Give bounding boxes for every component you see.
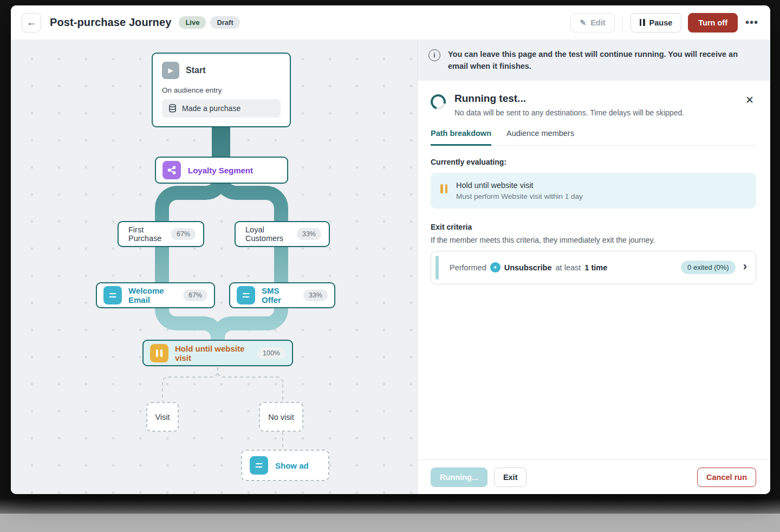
close-icon: ✕ <box>745 94 754 106</box>
header: ← Post-purchase Journey Live Draft ✎ Edi… <box>11 5 770 40</box>
hold-percent: 100% <box>257 347 285 359</box>
node-loyalty-segment[interactable]: Loyalty Segment <box>155 157 288 184</box>
journey-canvas[interactable]: ▶ Start On audience entry Made a purchas… <box>11 40 417 494</box>
pause-label: Pause <box>649 18 673 27</box>
test-run-panel: i You can leave this page and the test w… <box>417 40 770 494</box>
desktop-floor <box>0 514 780 532</box>
exit-criteria-row[interactable]: Performed ✶ Unsubscribe at least 1 time … <box>431 251 756 284</box>
start-title: Start <box>186 66 205 75</box>
app-window: ← Post-purchase Journey Live Draft ✎ Edi… <box>11 5 770 494</box>
node-sms-offer[interactable]: SMS Offer 33% <box>229 282 335 308</box>
criteria-event-name: Unsubscribe <box>504 263 552 272</box>
page-title: Post-purchase Journey <box>50 16 171 29</box>
action-steps-icon <box>237 286 255 304</box>
eval-card-subtitle: Must perform Website visit within 1 day <box>456 192 583 200</box>
trigger-label: Made a purchase <box>182 104 240 113</box>
tab-audience-members[interactable]: Audience members <box>506 129 574 145</box>
start-subtitle: On audience entry <box>162 86 281 94</box>
header-divider <box>622 15 623 30</box>
back-button[interactable]: ← <box>22 13 41 33</box>
currently-evaluating-card: Hold until website visit Must perform We… <box>431 173 756 209</box>
visit-label: Visit <box>155 413 170 421</box>
exit-criteria-title: Exit criteria <box>431 223 756 231</box>
pause-button[interactable]: Pause <box>630 13 682 33</box>
main-content: ▶ Start On audience entry Made a purchas… <box>11 40 770 494</box>
segment-split-icon <box>162 161 181 179</box>
chevron-right-icon: › <box>743 261 747 273</box>
running-test-title: Running test... <box>454 93 684 105</box>
turn-off-button[interactable]: Turn off <box>688 13 738 33</box>
node-first-purchase[interactable]: First Purchase 67% <box>118 221 204 247</box>
ellipsis-icon: ••• <box>745 16 758 28</box>
criteria-qualifier: at least <box>556 263 581 272</box>
exited-count-badge: 0 exited (0%) <box>681 261 736 274</box>
info-banner-text: You can leave this page and the test wil… <box>448 48 756 73</box>
edit-button[interactable]: ✎ Edit <box>570 13 615 33</box>
running-button: Running... <box>431 468 487 487</box>
turn-off-label: Turn off <box>698 18 727 27</box>
currently-evaluating-label: Currently evaluating: <box>431 158 756 166</box>
node-no-visit[interactable]: No visit <box>259 402 303 432</box>
criteria-count: 1 time <box>584 263 607 272</box>
panel-footer: Running... Exit Cancel run <box>418 459 770 494</box>
node-visit[interactable]: Visit <box>146 402 179 432</box>
loading-spinner-icon <box>428 92 448 112</box>
node-loyal-customers[interactable]: Loyal Customers 33% <box>235 221 330 247</box>
sms-offer-percent: 33% <box>303 289 328 301</box>
loyal-customers-label: Loyal Customers <box>245 225 290 243</box>
pencil-icon: ✎ <box>580 18 586 27</box>
exit-button[interactable]: Exit <box>494 468 527 487</box>
info-banner: i You can leave this page and the test w… <box>418 40 770 81</box>
pause-icon <box>440 184 447 193</box>
no-visit-label: No visit <box>268 413 294 421</box>
hold-label: Hold until website visit <box>175 344 251 362</box>
eval-card-title: Hold until website visit <box>456 181 583 190</box>
node-welcome-email[interactable]: Welcome Email 67% <box>96 282 215 308</box>
running-test-subtitle: No data will be sent to any destinations… <box>454 108 684 117</box>
back-arrow-icon: ← <box>27 17 36 28</box>
criteria-performed-label: Performed <box>450 263 486 272</box>
tab-path-breakdown[interactable]: Path breakdown <box>431 129 491 146</box>
node-hold-until-website-visit[interactable]: Hold until website visit 100% <box>142 340 293 366</box>
start-trigger[interactable]: Made a purchase <box>162 99 281 118</box>
info-icon: i <box>428 49 440 61</box>
criteria-accent-bar <box>435 256 439 280</box>
loyalty-segment-label: Loyalty Segment <box>188 166 253 175</box>
status-badge-draft: Draft <box>210 16 239 29</box>
first-purchase-label: First Purchase <box>128 225 165 243</box>
first-purchase-percent: 67% <box>171 228 196 240</box>
unsubscribe-event-icon: ✶ <box>490 262 500 273</box>
play-icon: ▶ <box>162 62 179 79</box>
status-badge-live: Live <box>179 16 206 29</box>
welcome-email-label: Welcome Email <box>128 286 177 304</box>
hold-pause-icon <box>150 344 168 362</box>
action-steps-icon <box>103 286 122 304</box>
database-icon <box>168 104 177 113</box>
node-show-ad[interactable]: Show ad <box>241 450 329 481</box>
panel-body: Running test... No data will be sent to … <box>418 81 770 459</box>
loyal-customers-percent: 33% <box>297 228 321 240</box>
exit-criteria-description: If the member meets this criteria, they … <box>431 236 756 244</box>
more-menu-button[interactable]: ••• <box>745 16 758 29</box>
show-ad-label: Show ad <box>275 461 309 470</box>
close-button[interactable]: ✕ <box>743 93 756 107</box>
sms-offer-label: SMS Offer <box>262 286 297 304</box>
panel-tabs: Path breakdown Audience members <box>431 129 756 146</box>
edit-label: Edit <box>590 18 605 27</box>
cancel-run-button[interactable]: Cancel run <box>697 468 756 487</box>
node-start[interactable]: ▶ Start On audience entry Made a purchas… <box>152 53 291 127</box>
action-steps-icon <box>250 456 268 475</box>
pause-icon <box>640 19 645 26</box>
welcome-email-percent: 67% <box>183 289 207 301</box>
desktop-shadow <box>0 498 780 514</box>
